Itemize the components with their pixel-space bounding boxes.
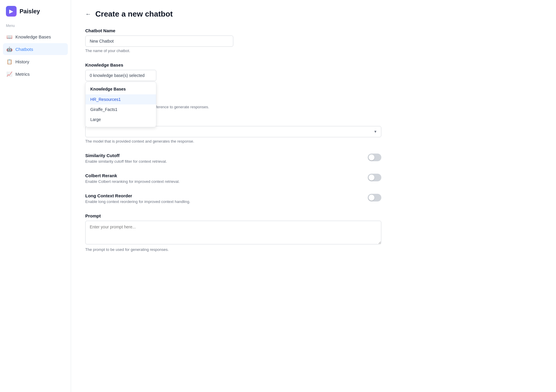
sidebar-item-metrics-label: Metrics [15,72,30,77]
similarity-cutoff-desc: Enable similarity cutoff filter for cont… [85,159,362,164]
chatbot-name-hint: The name of your chatbot. [85,49,542,53]
long-context-reorder-toggle-knob [369,195,375,201]
chatbot-name-label: Chatbot Name [85,28,542,33]
chatbot-name-section: Chatbot Name The name of your chatbot. [85,28,542,53]
colbert-rerank-desc: Enable Colbert reranking for improved co… [85,179,362,184]
metrics-icon: 📈 [7,71,12,77]
kb-item-hr-label: HR_Resources1 [90,97,121,102]
page-header: ← Create a new chatbot [85,9,542,19]
prompt-section: Prompt The prompt to be used for generat… [85,213,542,252]
knowledge-bases-icon: 📖 [7,34,12,40]
sidebar-nav: 📖 Knowledge Bases 🤖 Chatbots 📋 History 📈… [0,31,71,80]
sidebar-item-history-label: History [15,59,29,64]
knowledge-bases-dropdown-button[interactable]: 0 knowledge base(s) selected [85,70,156,81]
model-select[interactable] [85,126,381,137]
kb-menu-item-giraffe-facts1[interactable]: Giraffe_Facts1 [86,104,156,114]
sidebar: ▶ Paisley Menu 📖 Knowledge Bases 🤖 Chatb… [0,0,71,392]
sidebar-item-history[interactable]: 📋 History [3,56,68,67]
similarity-cutoff-title: Similarity Cutoff [85,153,362,158]
logo-area: ▶ Paisley [0,0,71,24]
chatbot-name-input[interactable] [85,36,233,47]
colbert-rerank-toggle[interactable] [368,174,381,181]
knowledge-bases-section: Knowledge Bases 0 knowledge base(s) sele… [85,62,542,109]
sidebar-item-chatbots-label: Chatbots [15,47,33,52]
kb-menu-item-large[interactable]: Large [86,114,156,125]
main-content: ← Create a new chatbot Chatbot Name The … [71,0,556,392]
long-context-reorder-label-group: Long Context Reorder Enable long context… [85,193,362,204]
sidebar-item-chatbots[interactable]: 🤖 Chatbots [3,43,68,55]
logo-play-icon: ▶ [9,8,13,14]
back-button[interactable]: ← [85,11,91,17]
prompt-hint: The prompt to be used for generating res… [85,247,542,252]
long-context-reorder-toggle[interactable] [368,194,381,201]
knowledge-bases-label: Knowledge Bases [85,62,542,67]
sidebar-item-knowledge-bases-label: Knowledge Bases [15,34,51,39]
knowledge-bases-dropdown-menu: Knowledge Bases HR_Resources1 Giraffe_Fa… [85,82,156,127]
menu-label: Menu [0,24,71,31]
kb-dropdown-menu-title: Knowledge Bases [86,84,156,94]
model-select-wrapper: ▼ [85,126,381,137]
app-logo-icon: ▶ [6,6,17,17]
page-title: Create a new chatbot [95,9,173,19]
long-context-reorder-title: Long Context Reorder [85,193,362,198]
history-icon: 📋 [7,59,12,64]
sidebar-item-metrics[interactable]: 📈 Metrics [3,68,68,80]
colbert-rerank-toggle-knob [369,175,375,180]
colbert-rerank-row: Colbert Rerank Enable Colbert reranking … [85,173,381,184]
sidebar-item-knowledge-bases[interactable]: 📖 Knowledge Bases [3,31,68,43]
model-hint: The model that is provided context and g… [85,139,542,143]
chatbots-icon: 🤖 [7,46,12,52]
kb-item-large-label: Large [90,117,101,122]
prompt-textarea[interactable] [85,221,381,244]
colbert-rerank-title: Colbert Rerank [85,173,362,178]
colbert-rerank-label-group: Colbert Rerank Enable Colbert reranking … [85,173,362,184]
kb-item-giraffe-label: Giraffe_Facts1 [90,107,118,112]
long-context-reorder-row: Long Context Reorder Enable long context… [85,193,381,204]
knowledge-bases-dropdown-wrapper: 0 knowledge base(s) selected Knowledge B… [85,70,156,81]
long-context-reorder-desc: Enable long context reordering for impro… [85,199,362,204]
similarity-cutoff-row: Similarity Cutoff Enable similarity cuto… [85,153,381,164]
similarity-cutoff-label-group: Similarity Cutoff Enable similarity cuto… [85,153,362,164]
prompt-label: Prompt [85,213,542,218]
similarity-cutoff-toggle[interactable] [368,154,381,161]
kb-menu-item-hr-resources1[interactable]: HR_Resources1 [86,94,156,104]
app-name: Paisley [20,8,40,15]
similarity-cutoff-toggle-knob [369,154,375,160]
